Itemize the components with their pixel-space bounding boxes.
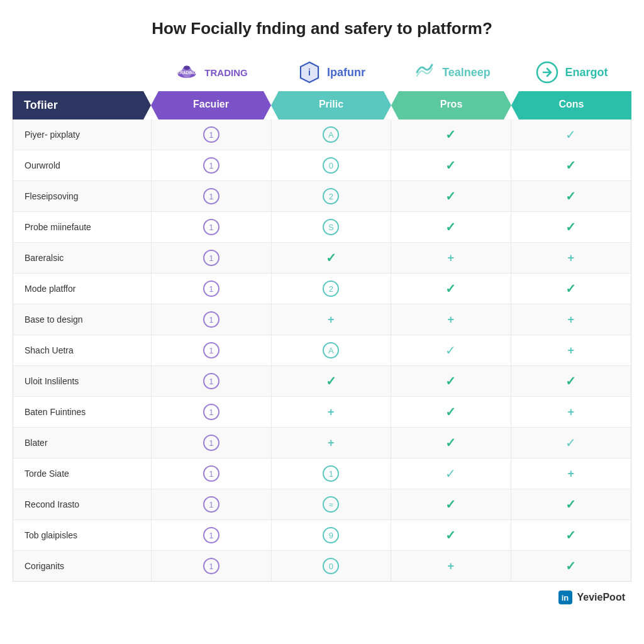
table-cell: ✓ bbox=[391, 119, 511, 150]
page-title: How Focially fnding and safery to platfo… bbox=[13, 19, 631, 38]
table-row: Mode platffor12✓✓ bbox=[13, 274, 631, 304]
ipafunr-name: Ipafunr bbox=[327, 66, 365, 79]
table-cell: 1 bbox=[152, 551, 272, 581]
table-row: Recond Irasto1≈✓✓ bbox=[13, 489, 631, 520]
table-cell: 1 bbox=[152, 119, 272, 150]
table-cell: A bbox=[272, 335, 392, 365]
table-cell: Fleseipsoving bbox=[13, 181, 152, 211]
table-cell: + bbox=[511, 304, 631, 335]
table-cell: 0 bbox=[272, 150, 392, 180]
table-cell: + bbox=[391, 304, 511, 335]
tealneep-name: Tealneep bbox=[442, 66, 491, 79]
enargot-icon bbox=[535, 60, 560, 85]
table-cell: Torde Siate bbox=[13, 458, 152, 489]
table-cell: 0 bbox=[272, 551, 392, 581]
table-row: Fleseipsoving12✓✓ bbox=[13, 181, 631, 212]
table-cell: 1 bbox=[152, 520, 272, 550]
table-row: Piyer- pixplaty1A✓✓ bbox=[13, 119, 631, 150]
table-cell: Recond Irasto bbox=[13, 489, 152, 519]
table-cell: Bareralsic bbox=[13, 243, 152, 273]
table-cell: + bbox=[511, 243, 631, 273]
table-cell: Baten Fuintines bbox=[13, 397, 152, 427]
ipafunr-icon: i bbox=[297, 60, 322, 85]
table-cell: + bbox=[511, 458, 631, 489]
table-cell: 1 bbox=[152, 274, 272, 304]
table-cell: ✓ bbox=[391, 520, 511, 550]
table-cell: Tob glaipisles bbox=[13, 520, 152, 550]
table-cell: ✓ bbox=[391, 150, 511, 180]
table-cell: 1 bbox=[152, 304, 272, 335]
logo-trading: TRADING TRADING bbox=[151, 53, 271, 91]
table-cell: ✓ bbox=[391, 212, 511, 242]
table-cell: Shach Uetra bbox=[13, 335, 152, 365]
logo-ipafunr: i Ipafunr bbox=[271, 53, 391, 91]
brand-name: YeviePoot bbox=[577, 592, 625, 603]
table-cell: + bbox=[391, 243, 511, 273]
table-cell: Coriganits bbox=[13, 551, 152, 581]
table-cell: + bbox=[272, 397, 392, 427]
table-row: Bareralsic1✓++ bbox=[13, 243, 631, 274]
table-cell: ✓ bbox=[511, 551, 631, 581]
table-cell: ✓ bbox=[511, 181, 631, 211]
logo-empty bbox=[13, 66, 151, 79]
table-cell: + bbox=[391, 551, 511, 581]
table-cell: ✓ bbox=[511, 119, 631, 150]
table-cell: 2 bbox=[272, 274, 392, 304]
logos-row: TRADING TRADING i Ipafunr Tealneep bbox=[13, 53, 631, 91]
table-row: Base to design1+++ bbox=[13, 304, 631, 335]
table-cell: 1 bbox=[152, 150, 272, 180]
table-row: Probe miinefaute1S✓✓ bbox=[13, 212, 631, 243]
logo-enargot: Enargot bbox=[511, 53, 631, 91]
table-cell: ✓ bbox=[511, 520, 631, 550]
table-cell: 9 bbox=[272, 520, 392, 550]
table-cell: ≈ bbox=[272, 489, 392, 519]
table-cell: Probe miinefaute bbox=[13, 212, 152, 242]
table-cell: S bbox=[272, 212, 392, 242]
table-cell: ✓ bbox=[391, 335, 511, 365]
table-cell: ✓ bbox=[391, 428, 511, 458]
table-cell: Blater bbox=[13, 428, 152, 458]
header-prilic: Prilic bbox=[271, 91, 391, 119]
table-cell: + bbox=[272, 428, 392, 458]
table-cell: Base to design bbox=[13, 304, 152, 335]
table-cell: Ourwrold bbox=[13, 150, 152, 180]
enargot-name: Enargot bbox=[565, 66, 608, 79]
table-cell: ✓ bbox=[272, 243, 392, 273]
table-cell: Mode platffor bbox=[13, 274, 152, 304]
trading-icon: TRADING bbox=[174, 60, 199, 85]
table-body: Piyer- pixplaty1A✓✓Ourwrold10✓✓Fleseipso… bbox=[13, 119, 631, 582]
table-cell: + bbox=[511, 335, 631, 365]
table-cell: + bbox=[272, 304, 392, 335]
table-cell: ✓ bbox=[511, 212, 631, 242]
table-cell: 1 bbox=[152, 458, 272, 489]
table-cell: ✓ bbox=[511, 150, 631, 180]
table-cell: 1 bbox=[152, 428, 272, 458]
svg-text:i: i bbox=[308, 67, 311, 77]
table-cell: 1 bbox=[152, 335, 272, 365]
table-cell: ✓ bbox=[511, 489, 631, 519]
table-cell: 1 bbox=[152, 489, 272, 519]
svg-point-3 bbox=[184, 66, 191, 70]
table-cell: ✓ bbox=[391, 397, 511, 427]
table-row: Ourwrold10✓✓ bbox=[13, 150, 631, 181]
tealneep-icon bbox=[412, 60, 437, 85]
table-row: Blater1+✓✓ bbox=[13, 428, 631, 458]
table-row: Tob glaipisles19✓✓ bbox=[13, 520, 631, 551]
table-cell: ✓ bbox=[272, 366, 392, 396]
table-cell: ✓ bbox=[391, 274, 511, 304]
trading-name: TRADING bbox=[204, 67, 247, 78]
table-cell: + bbox=[511, 397, 631, 427]
table-row: Coriganits10+✓ bbox=[13, 551, 631, 581]
table-row: Uloit Inslilents1✓✓✓ bbox=[13, 366, 631, 397]
table-cell: ✓ bbox=[391, 366, 511, 396]
table-row: Baten Fuintines1+✓+ bbox=[13, 397, 631, 428]
table-cell: 1 bbox=[152, 181, 272, 211]
table-cell: 1 bbox=[152, 366, 272, 396]
header-pros: Pros bbox=[391, 91, 511, 119]
table-cell: 1 bbox=[272, 458, 392, 489]
header-facuier: Facuier bbox=[151, 91, 271, 119]
table-cell: 1 bbox=[152, 397, 272, 427]
table-cell: 2 bbox=[272, 181, 392, 211]
svg-text:TRADING: TRADING bbox=[178, 70, 196, 75]
table-cell: Uloit Inslilents bbox=[13, 366, 152, 396]
